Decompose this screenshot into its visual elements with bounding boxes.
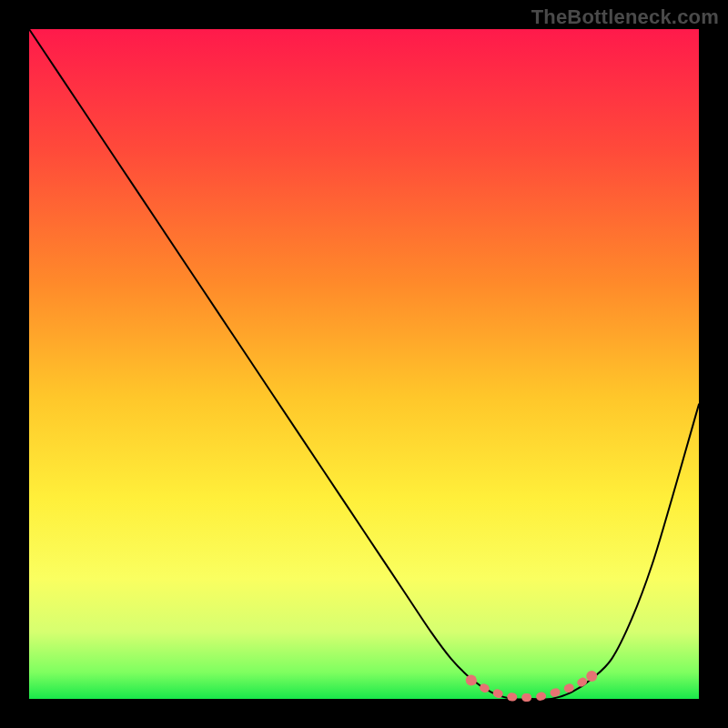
plot-area (29, 29, 699, 699)
svg-point-0 (466, 674, 477, 685)
watermark-text: TheBottleneck.com (531, 5, 719, 29)
bottleneck-plot (0, 0, 728, 728)
chart-frame: TheBottleneck.com (0, 0, 728, 728)
svg-point-1 (586, 671, 597, 682)
